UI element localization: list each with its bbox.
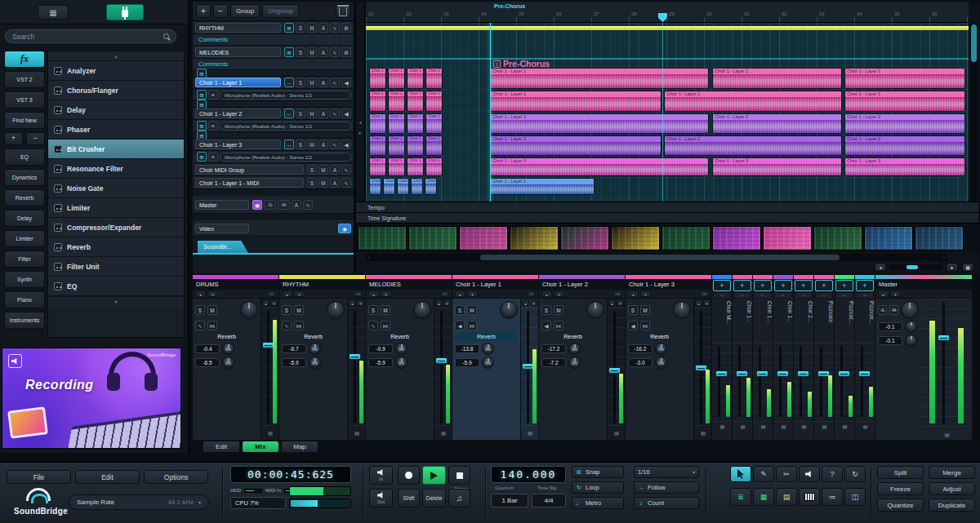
- timeline-ruler[interactable]: Pre-Chorus 21222324252627282930313233343…: [366, 2, 969, 23]
- audio-clip[interactable]: Choir 1 - Layer 2: [490, 113, 709, 134]
- monitor-speaker-icon[interactable]: ◀: [541, 321, 551, 330]
- fader-collapse-down-icon[interactable]: ▾: [530, 299, 537, 306]
- audio-clip[interactable]: Choir 1 - Layer 1: [407, 68, 424, 89]
- plugin-manager-button[interactable]: [106, 4, 144, 20]
- send-slot[interactable]: Reverb: [541, 332, 604, 341]
- collapse-down-icon[interactable]: ▾: [467, 290, 478, 297]
- send-knob[interactable]: 0%: [309, 343, 321, 355]
- collapsed-channel[interactable]: +−Choir 1...((•)): [773, 275, 793, 440]
- audio-input-select[interactable]: Microphone (Realtek Audio) - Stereo 1/2: [220, 153, 351, 162]
- routing-icon[interactable]: ⊞: [284, 23, 294, 33]
- fader-collapse-down-icon[interactable]: ▾: [270, 299, 278, 306]
- freeze-button[interactable]: Freeze: [877, 482, 924, 495]
- audio-clip[interactable]: Choir 1 - Layer 1: [407, 91, 424, 112]
- fx-slot-icon[interactable]: ⚙: [341, 23, 351, 33]
- video-thumbnail[interactable]: [813, 226, 862, 250]
- audio-clip[interactable]: Choir 1 - Layer 3: [490, 157, 709, 176]
- collapse-channel-button[interactable]: −: [835, 292, 853, 299]
- comments-row[interactable]: Comments: [193, 59, 354, 70]
- collapse-channel-button[interactable]: −: [856, 292, 874, 299]
- track-name[interactable]: Master: [195, 200, 249, 210]
- remove-channel-button[interactable]: −: [440, 290, 449, 297]
- video-thumbnail[interactable]: [712, 226, 761, 250]
- automation-button[interactable]: A: [292, 200, 301, 210]
- mixer-channel[interactable]: RHYTHM▴▾−SM∿⋈Reverb-6.70%-5.90%▴▾((•)): [279, 275, 365, 440]
- mixer-tab-mix[interactable]: Mix: [242, 441, 279, 453]
- fader-handle[interactable]: [797, 370, 809, 377]
- input-fold-icon[interactable]: ⊞: [197, 121, 207, 131]
- scroll-left-icon[interactable]: ‹: [366, 255, 372, 260]
- count-toggle[interactable]: ♪Count: [634, 497, 699, 509]
- routing-icon[interactable]: ⊞: [284, 47, 294, 57]
- plugin-item[interactable]: EQ: [48, 277, 184, 296]
- plugin-item[interactable]: Chorus/Flanger: [48, 81, 184, 100]
- piano-roll-panel-button[interactable]: [799, 488, 820, 506]
- track-row[interactable]: Choir MIDI GroupSMA∿: [193, 163, 354, 176]
- select-tool-button[interactable]: [730, 466, 751, 482]
- audio-clip[interactable]: Choir 1 - Layer 3: [712, 157, 842, 176]
- wave-icon[interactable]: ∿: [303, 200, 313, 210]
- plugin-item[interactable]: Analyzer: [48, 61, 184, 81]
- quantize-button[interactable]: Quantize: [877, 499, 924, 512]
- audio-clip[interactable]: Choir 1 - Layer 1: [490, 91, 662, 112]
- audio-clip[interactable]: Choir 1 - Layer 1: [425, 178, 437, 195]
- audio-clip[interactable]: Choir 1 - Layer 3: [425, 157, 443, 176]
- plugin-item[interactable]: Noise Gate: [48, 179, 184, 198]
- plugin-tab-vst-2[interactable]: VST 2: [4, 71, 45, 88]
- add-track-button[interactable]: +: [196, 4, 211, 18]
- wave-icon[interactable]: ∿: [341, 178, 351, 188]
- plugin-item[interactable]: Bit Crusher: [48, 140, 184, 159]
- solo-button[interactable]: S: [296, 23, 305, 33]
- split-button[interactable]: Split: [877, 466, 924, 479]
- merge-button[interactable]: Merge: [929, 466, 975, 479]
- section-marker[interactable]: ≡ Pre-Chorus: [493, 59, 550, 69]
- input-list-icon[interactable]: ≡: [208, 152, 218, 162]
- mixer-channel[interactable]: DRUMS▴▾−SM∿⋈Reverb-0.40%-6.50%▴▾((•)): [193, 275, 278, 440]
- fader-handle[interactable]: [349, 353, 361, 360]
- fader-collapse-up-icon[interactable]: ▴: [608, 299, 616, 306]
- master-solo-button[interactable]: -S-: [264, 200, 276, 210]
- crossfade-icon[interactable]: ⋈: [467, 321, 477, 330]
- audio-clip[interactable]: Choir 1 - Layer 3: [369, 157, 386, 176]
- send-knob[interactable]: 0%: [309, 357, 321, 369]
- send-knob[interactable]: 0%: [568, 357, 581, 369]
- track-name[interactable]: Choir 1 - Layer 1 - MIDI: [195, 178, 304, 188]
- audio-clip[interactable]: Choir 1 - Layer 1: [369, 91, 386, 112]
- collapse-up-icon[interactable]: ▴: [195, 290, 206, 297]
- output-monitor-button[interactable]: Out: [369, 489, 393, 507]
- crossfade-icon[interactable]: ⋈: [207, 321, 217, 330]
- collapse-channel-button[interactable]: −: [815, 292, 833, 299]
- collapsed-channel[interactable]: +−Choir 1...((•)): [753, 275, 773, 440]
- master-channel[interactable]: Master▴▾-S--M--0.1-0.1((•)): [875, 275, 972, 440]
- collapse-left-icon[interactable]: ◂: [359, 119, 361, 125]
- adjust-button[interactable]: Adjust: [929, 482, 975, 495]
- collapsed-channel[interactable]: +−Choir M...((•)): [712, 275, 732, 440]
- mute-button[interactable]: M: [294, 305, 304, 315]
- collapse-channel-button[interactable]: −: [754, 292, 772, 299]
- send-knob[interactable]: 0%: [395, 343, 408, 355]
- zoom-out-button[interactable]: ◂: [875, 263, 886, 272]
- video-thumbnail[interactable]: [763, 226, 812, 250]
- vertical-scrollbar[interactable]: [970, 23, 978, 202]
- mute-button[interactable]: M: [640, 305, 650, 315]
- help-tool-button[interactable]: ?: [822, 466, 843, 482]
- mute-button[interactable]: M: [207, 305, 217, 315]
- group-fold-icon[interactable]: ⊞: [197, 100, 207, 109]
- solo-button[interactable]: S: [296, 78, 305, 87]
- shift-button[interactable]: Shift: [398, 489, 420, 507]
- fader-handle[interactable]: [756, 370, 768, 377]
- audio-clip[interactable]: Choir 1 - Layer 2: [369, 113, 386, 134]
- master-mute-button[interactable]: -M-: [889, 305, 898, 315]
- collapse-up-icon[interactable]: ▴: [455, 290, 466, 297]
- solo-button[interactable]: S: [307, 178, 317, 188]
- plugin-group-piano[interactable]: Piano: [4, 291, 45, 308]
- automation-button[interactable]: A: [318, 140, 328, 149]
- audio-clip[interactable]: Choir 1 - Layer 1: [844, 68, 965, 89]
- input-fold-icon[interactable]: ⊞: [197, 90, 207, 100]
- plugin-group-filter[interactable]: Filter: [4, 250, 45, 268]
- audio-input-select[interactable]: Microphone (Realtek Audio) - Stereo 1/2: [220, 91, 351, 100]
- audio-clip[interactable]: Choir 1 - Layer 1: [397, 178, 409, 195]
- record-button[interactable]: [398, 466, 420, 485]
- play-button[interactable]: [422, 466, 446, 485]
- video-thumbnail[interactable]: [662, 226, 710, 250]
